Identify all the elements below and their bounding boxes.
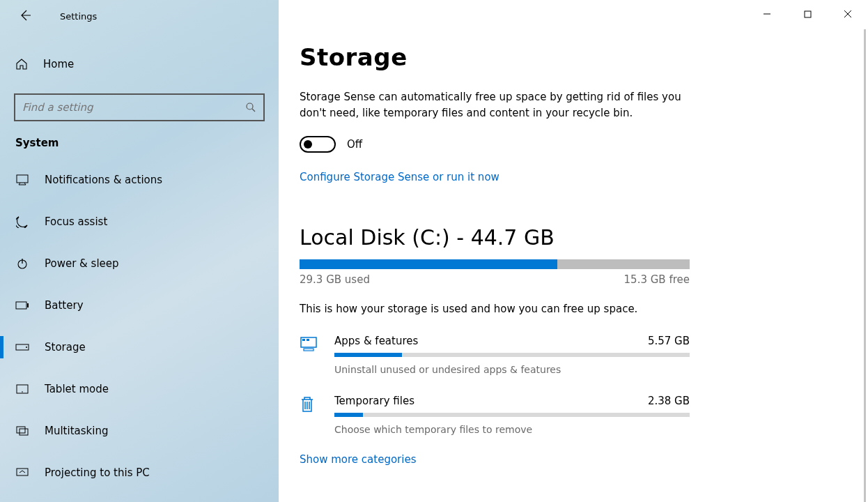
sidebar-item-notifications[interactable]: Notifications & actions <box>0 159 279 201</box>
sidebar-item-label: Tablet mode <box>45 383 109 395</box>
sidebar-item-label: Battery <box>45 299 84 312</box>
category-size: 2.38 GB <box>648 395 690 407</box>
sidebar-item-label: Notifications & actions <box>45 174 162 186</box>
svg-point-0 <box>247 103 253 109</box>
disk-usage-fill <box>300 259 557 269</box>
sidebar: Settings Home System Notifications & act… <box>0 0 279 502</box>
storage-breakdown-description: This is how your storage is used and how… <box>300 303 690 315</box>
category-size: 5.57 GB <box>648 335 690 347</box>
storage-category-temp[interactable]: Temporary files 2.38 GB Choose which tem… <box>300 395 690 435</box>
show-more-categories-link[interactable]: Show more categories <box>300 453 690 466</box>
svg-rect-2 <box>17 175 28 183</box>
search-box[interactable] <box>14 93 265 121</box>
configure-storage-sense-link[interactable]: Configure Storage Sense or run it now <box>300 171 690 183</box>
notifications-icon <box>15 174 29 185</box>
multitask-icon <box>15 426 29 436</box>
tablet-icon <box>15 384 29 394</box>
back-button[interactable] <box>15 6 35 25</box>
sidebar-item-storage[interactable]: Storage <box>0 326 279 368</box>
sidebar-item-label: Storage <box>45 341 86 353</box>
storage-sense-toggle[interactable] <box>300 136 336 153</box>
search-input[interactable] <box>22 101 245 114</box>
svg-rect-5 <box>16 302 26 309</box>
sidebar-item-multitasking[interactable]: Multitasking <box>0 410 279 452</box>
svg-rect-11 <box>17 427 25 433</box>
category-hint: Uninstall unused or undesired apps & fea… <box>334 364 690 375</box>
toggle-knob <box>304 140 312 149</box>
sidebar-header: Settings <box>0 0 279 31</box>
disk-free-text: 15.3 GB free <box>624 273 690 286</box>
svg-rect-17 <box>302 339 305 341</box>
scrollbar[interactable] <box>864 29 866 502</box>
sidebar-group-label: System <box>15 137 279 149</box>
focus-icon <box>15 215 29 228</box>
page-title: Storage <box>300 43 690 71</box>
category-bar <box>334 353 690 357</box>
sidebar-item-label: Focus assist <box>45 215 107 228</box>
sidebar-item-focus-assist[interactable]: Focus assist <box>0 201 279 243</box>
sidebar-item-projecting[interactable]: Projecting to this PC <box>0 452 279 494</box>
battery-icon <box>15 301 29 310</box>
category-label: Temporary files <box>334 395 414 407</box>
sidebar-item-home[interactable]: Home <box>0 47 279 81</box>
minimize-button[interactable] <box>747 0 787 28</box>
sidebar-item-label: Power & sleep <box>45 257 119 270</box>
disk-heading: Local Disk (C:) - 44.7 GB <box>300 225 690 250</box>
svg-point-10 <box>22 391 23 393</box>
sidebar-item-tablet-mode[interactable]: Tablet mode <box>0 368 279 410</box>
storage-sense-toggle-row: Off <box>300 136 690 153</box>
svg-rect-6 <box>27 303 29 307</box>
power-icon <box>15 257 29 270</box>
category-label: Apps & features <box>334 335 418 347</box>
toggle-state-label: Off <box>347 138 362 151</box>
svg-line-1 <box>252 109 255 112</box>
sidebar-item-label: Projecting to this PC <box>45 466 150 479</box>
category-bar <box>334 413 690 417</box>
search-icon <box>245 102 256 113</box>
storage-sense-description: Storage Sense can automatically free up … <box>300 89 690 122</box>
svg-rect-13 <box>17 469 28 476</box>
svg-rect-19 <box>304 349 313 351</box>
project-icon <box>15 468 29 478</box>
sidebar-item-battery[interactable]: Battery <box>0 284 279 326</box>
svg-point-8 <box>26 347 27 348</box>
close-button[interactable] <box>828 0 868 28</box>
app-title: Settings <box>60 11 97 22</box>
window-controls <box>747 0 868 28</box>
sidebar-item-label: Home <box>43 58 74 70</box>
disk-stats: 29.3 GB used 15.3 GB free <box>300 273 690 286</box>
home-icon <box>15 58 28 70</box>
back-arrow-icon <box>19 9 31 22</box>
storage-page: Storage Storage Sense can automatically … <box>279 0 690 466</box>
sidebar-nav: Notifications & actions Focus assist Pow… <box>0 159 279 502</box>
disk-usage-bar <box>300 259 690 269</box>
trash-icon <box>300 395 334 435</box>
settings-window: Settings Home System Notifications & act… <box>0 0 868 502</box>
svg-rect-18 <box>307 339 309 341</box>
maximize-button[interactable] <box>787 0 828 28</box>
disk-used-text: 29.3 GB used <box>300 273 370 286</box>
main-pane: Storage Storage Sense can automatically … <box>279 0 868 502</box>
storage-category-apps[interactable]: Apps & features 5.57 GB Uninstall unused… <box>300 335 690 375</box>
svg-rect-15 <box>805 11 811 17</box>
sidebar-item-label: Multitasking <box>45 425 108 437</box>
svg-rect-12 <box>20 429 28 435</box>
storage-icon <box>15 344 29 351</box>
apps-icon <box>300 335 334 375</box>
sidebar-item-power-sleep[interactable]: Power & sleep <box>0 243 279 284</box>
category-hint: Choose which temporary files to remove <box>334 424 690 435</box>
